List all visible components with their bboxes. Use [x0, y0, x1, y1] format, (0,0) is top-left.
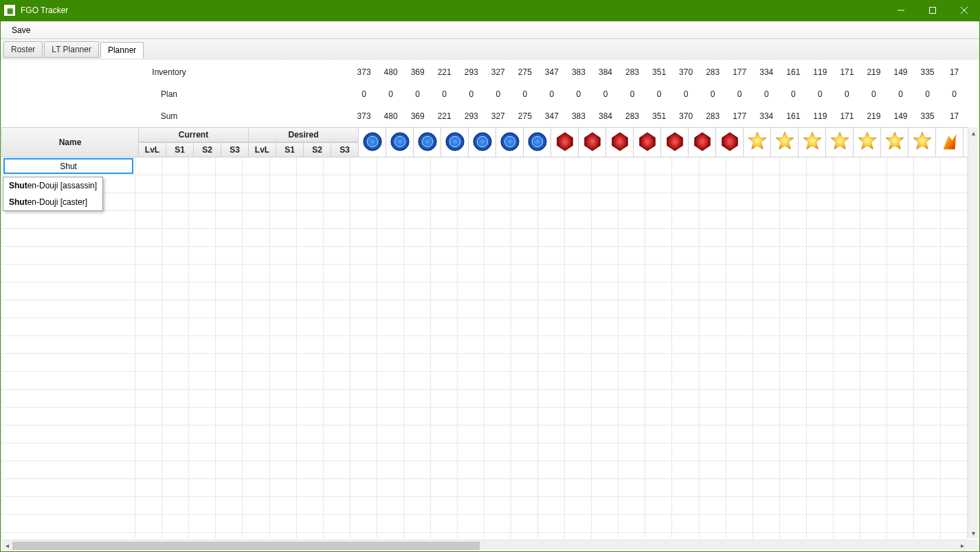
material-cell[interactable]	[726, 283, 753, 300]
material-cell[interactable]	[485, 300, 511, 318]
material-cell[interactable]	[538, 211, 565, 228]
header-desired-s3[interactable]: S3	[331, 142, 359, 157]
header-material-magic-caster[interactable]	[661, 127, 689, 157]
material-cell[interactable]	[645, 354, 672, 371]
level-cell[interactable]	[270, 283, 297, 300]
material-cell[interactable]	[485, 372, 511, 389]
level-cell[interactable]	[162, 372, 189, 389]
material-cell[interactable]	[350, 533, 377, 538]
material-cell[interactable]	[834, 336, 860, 353]
material-cell[interactable]	[538, 157, 565, 175]
material-cell[interactable]	[914, 318, 941, 335]
header-material-magic-rider[interactable]	[634, 127, 661, 157]
material-cell[interactable]	[753, 211, 780, 228]
material-cell[interactable]	[700, 157, 726, 175]
level-cell[interactable]	[162, 408, 189, 425]
material-cell[interactable]	[860, 354, 887, 371]
level-cell[interactable]	[162, 515, 189, 532]
level-cell[interactable]	[270, 533, 297, 538]
minimize-button[interactable]	[885, 0, 917, 21]
material-cell[interactable]	[565, 390, 592, 407]
level-cell[interactable]	[162, 175, 189, 192]
material-cell[interactable]	[672, 318, 699, 335]
material-cell[interactable]	[645, 157, 672, 175]
level-cell[interactable]	[243, 479, 269, 496]
material-cell[interactable]	[404, 318, 431, 335]
material-cell[interactable]	[565, 265, 592, 282]
material-cell[interactable]	[485, 265, 511, 282]
material-cell[interactable]	[485, 193, 511, 210]
material-cell[interactable]	[645, 372, 672, 389]
material-cell[interactable]	[807, 318, 834, 335]
level-cell[interactable]	[324, 318, 350, 335]
material-cell[interactable]	[404, 175, 431, 192]
material-cell[interactable]	[377, 426, 404, 443]
level-cell[interactable]	[297, 426, 324, 443]
material-cell[interactable]	[887, 336, 914, 353]
scroll-right-button[interactable]: ▸	[957, 540, 968, 551]
material-cell[interactable]	[780, 318, 807, 335]
material-cell[interactable]	[485, 461, 511, 478]
level-cell[interactable]	[270, 193, 297, 210]
material-cell[interactable]	[807, 193, 834, 210]
material-cell[interactable]	[834, 408, 860, 425]
material-cell[interactable]	[645, 283, 672, 300]
header-desired[interactable]: Desired	[249, 127, 359, 142]
material-cell[interactable]	[807, 354, 834, 371]
level-cell[interactable]	[324, 300, 350, 318]
material-cell[interactable]	[377, 390, 404, 407]
material-cell[interactable]	[404, 408, 431, 425]
level-cell[interactable]	[216, 408, 243, 425]
material-cell[interactable]	[431, 390, 458, 407]
material-cell[interactable]	[700, 318, 726, 335]
material-cell[interactable]	[431, 265, 458, 282]
maximize-button[interactable]	[917, 0, 948, 21]
level-cell[interactable]	[189, 479, 216, 496]
material-cell[interactable]	[404, 336, 431, 353]
level-cell[interactable]	[243, 443, 269, 461]
material-cell[interactable]	[807, 461, 834, 478]
material-cell[interactable]	[753, 497, 780, 514]
material-cell[interactable]	[350, 247, 377, 264]
name-cell[interactable]	[1, 515, 135, 532]
material-cell[interactable]	[860, 157, 887, 175]
material-cell[interactable]	[377, 354, 404, 371]
material-cell[interactable]	[780, 283, 807, 300]
material-cell[interactable]	[565, 318, 592, 335]
material-cell[interactable]	[914, 461, 941, 478]
level-cell[interactable]	[297, 229, 324, 246]
level-cell[interactable]	[243, 461, 269, 478]
material-cell[interactable]	[887, 354, 914, 371]
material-cell[interactable]	[619, 390, 645, 407]
material-cell[interactable]	[672, 354, 699, 371]
level-cell[interactable]	[297, 461, 324, 478]
material-cell[interactable]	[538, 300, 565, 318]
material-cell[interactable]	[538, 390, 565, 407]
material-cell[interactable]	[941, 390, 968, 407]
material-cell[interactable]	[619, 354, 645, 371]
material-cell[interactable]	[431, 461, 458, 478]
level-cell[interactable]	[162, 300, 189, 318]
material-cell[interactable]	[700, 372, 726, 389]
material-cell[interactable]	[592, 283, 619, 300]
autocomplete-option[interactable]: Shuten-Douji [caster]	[3, 194, 102, 210]
level-cell[interactable]	[270, 336, 297, 353]
material-cell[interactable]	[538, 229, 565, 246]
material-cell[interactable]	[511, 265, 538, 282]
material-cell[interactable]	[807, 515, 834, 532]
material-cell[interactable]	[592, 175, 619, 192]
material-cell[interactable]	[538, 408, 565, 425]
level-cell[interactable]	[270, 515, 297, 532]
material-cell[interactable]	[887, 390, 914, 407]
material-cell[interactable]	[431, 193, 458, 210]
material-cell[interactable]	[350, 175, 377, 192]
material-cell[interactable]	[700, 354, 726, 371]
material-cell[interactable]	[350, 426, 377, 443]
header-material-secret-lancer[interactable]	[799, 127, 826, 157]
level-cell[interactable]	[189, 336, 216, 353]
material-cell[interactable]	[511, 318, 538, 335]
material-cell[interactable]	[485, 247, 511, 264]
material-cell[interactable]	[350, 515, 377, 532]
material-cell[interactable]	[619, 515, 645, 532]
material-cell[interactable]	[887, 479, 914, 496]
